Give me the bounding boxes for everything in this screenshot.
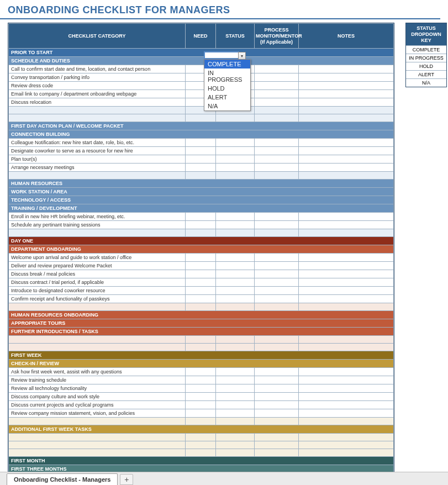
status-cell[interactable] — [216, 164, 255, 172]
notes-cell[interactable] — [299, 368, 394, 376]
empty-cell[interactable] — [299, 418, 394, 425]
checklist-item-label[interactable]: Review training schedule — [9, 376, 186, 384]
notes-cell[interactable] — [299, 147, 394, 155]
section-header[interactable]: ADDITIONAL FIRST WEEK TASKS — [9, 425, 394, 434]
empty-cell[interactable] — [216, 172, 255, 180]
empty-cell[interactable] — [216, 418, 255, 425]
empty-cell[interactable] — [299, 229, 394, 237]
col-header-status[interactable]: STATUS — [216, 24, 255, 49]
empty-cell[interactable] — [216, 303, 255, 311]
empty-cell[interactable] — [299, 336, 394, 344]
empty-cell[interactable] — [299, 114, 394, 122]
section-header[interactable]: TECHNOLOGY / ACCESS — [9, 196, 394, 204]
status-dropdown-list[interactable]: COMPLETE IN PROGRESS HOLD ALERT N/A — [204, 59, 251, 111]
empty-cell[interactable] — [255, 107, 299, 114]
empty-cell[interactable] — [299, 441, 394, 449]
need-cell[interactable] — [186, 409, 216, 418]
checklist-item-label[interactable]: Discuss company culture and work style — [9, 393, 186, 401]
empty-cell[interactable] — [186, 449, 216, 457]
empty-cell[interactable] — [9, 229, 186, 237]
empty-cell[interactable] — [216, 114, 255, 122]
empty-cell[interactable] — [299, 172, 394, 180]
notes-cell[interactable] — [299, 401, 394, 409]
empty-cell[interactable] — [299, 449, 394, 457]
notes-cell[interactable] — [299, 213, 394, 221]
section-header[interactable]: FIRST DAY ACTION PLAN / WELCOME PACKET — [9, 122, 394, 130]
notes-cell[interactable] — [299, 278, 394, 287]
empty-cell[interactable] — [255, 434, 299, 441]
col-header-category[interactable]: CHECKLIST CATEGORY — [9, 24, 186, 49]
need-cell[interactable] — [186, 287, 216, 295]
section-header[interactable]: HUMAN RESOURCES — [9, 180, 394, 188]
empty-cell[interactable] — [255, 336, 299, 344]
empty-cell[interactable] — [216, 449, 255, 457]
need-cell[interactable] — [186, 139, 216, 147]
section-header[interactable]: SCHEDULE AND DUTIES — [9, 57, 394, 65]
empty-cell[interactable] — [216, 434, 255, 441]
process-cell[interactable] — [255, 278, 299, 287]
status-cell[interactable] — [216, 368, 255, 376]
empty-cell[interactable] — [9, 107, 186, 114]
empty-cell[interactable] — [255, 172, 299, 180]
empty-cell[interactable] — [186, 434, 216, 441]
process-cell[interactable] — [255, 155, 299, 164]
checklist-item-label[interactable]: Confirm receipt and functionality of pas… — [9, 295, 186, 303]
notes-cell[interactable] — [299, 384, 394, 393]
process-cell[interactable] — [255, 376, 299, 384]
process-cell[interactable] — [255, 65, 299, 73]
checklist-item-label[interactable]: Welcome upon arrival and guide to work s… — [9, 254, 186, 262]
process-cell[interactable] — [255, 73, 299, 82]
section-header[interactable]: HUMAN RESOURCES ONBOARDING — [9, 311, 394, 319]
section-header[interactable]: WORK STATION / AREA — [9, 188, 394, 196]
empty-cell[interactable] — [255, 418, 299, 425]
process-cell[interactable] — [255, 270, 299, 278]
notes-cell[interactable] — [299, 295, 394, 303]
section-header[interactable]: PRIOR TO START — [9, 49, 394, 57]
section-header[interactable]: FURTHER INTRODUCTIONS / TASKS — [9, 328, 394, 336]
status-cell[interactable] — [216, 401, 255, 409]
empty-cell[interactable] — [9, 449, 186, 457]
process-cell[interactable] — [255, 287, 299, 295]
status-cell[interactable] — [216, 262, 255, 270]
need-cell[interactable] — [186, 270, 216, 278]
section-header[interactable]: CONNECTION BUILDING — [9, 130, 394, 139]
empty-cell[interactable] — [186, 441, 216, 449]
notes-cell[interactable] — [299, 409, 394, 418]
checklist-item-label[interactable]: Call to confirm start date and time, loc… — [9, 65, 186, 73]
checklist-item-label[interactable]: Introduce to designated coworker resourc… — [9, 287, 186, 295]
process-cell[interactable] — [255, 254, 299, 262]
empty-cell[interactable] — [299, 434, 394, 441]
checklist-item-label[interactable]: Review dress code — [9, 82, 186, 90]
process-cell[interactable] — [255, 82, 299, 90]
checklist-item-label[interactable]: Review company mission statement, vision… — [9, 409, 186, 418]
process-cell[interactable] — [255, 221, 299, 229]
notes-cell[interactable] — [299, 98, 394, 107]
process-cell[interactable] — [255, 401, 299, 409]
checklist-item-label[interactable]: Deliver and review prepared Welcome Pack… — [9, 262, 186, 270]
status-cell[interactable] — [216, 376, 255, 384]
checklist-item-label[interactable]: Designate coworker to serve as a resourc… — [9, 147, 186, 155]
status-cell[interactable] — [216, 213, 255, 221]
process-cell[interactable] — [255, 139, 299, 147]
empty-cell[interactable] — [186, 114, 216, 122]
status-cell[interactable] — [216, 278, 255, 287]
process-cell[interactable] — [255, 262, 299, 270]
checklist-item-label[interactable]: Colleague Notification: new hire start d… — [9, 139, 186, 147]
empty-cell[interactable] — [216, 336, 255, 344]
empty-cell[interactable] — [186, 172, 216, 180]
process-cell[interactable] — [255, 164, 299, 172]
need-cell[interactable] — [186, 164, 216, 172]
status-cell[interactable] — [216, 254, 255, 262]
need-cell[interactable] — [186, 393, 216, 401]
dropdown-option-complete[interactable]: COMPLETE — [204, 60, 250, 68]
checklist-item-label[interactable]: Review all technology functionality — [9, 384, 186, 393]
empty-cell[interactable] — [9, 418, 186, 425]
checklist-item-label[interactable]: Email link to company / department onboa… — [9, 90, 186, 98]
checklist-item-label[interactable]: Discuss relocation — [9, 98, 186, 107]
need-cell[interactable] — [186, 384, 216, 393]
status-cell[interactable] — [216, 155, 255, 164]
process-cell[interactable] — [255, 384, 299, 393]
notes-cell[interactable] — [299, 376, 394, 384]
empty-cell[interactable] — [255, 441, 299, 449]
checklist-item-label[interactable]: Plan tour(s) — [9, 155, 186, 164]
